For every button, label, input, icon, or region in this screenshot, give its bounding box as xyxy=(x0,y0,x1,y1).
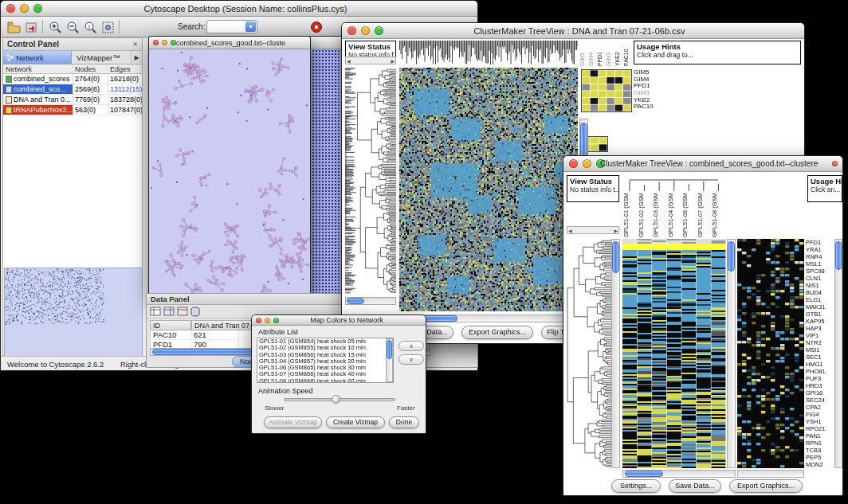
heatmap-hscrollbar[interactable] xyxy=(622,470,736,478)
save-data-button[interactable]: Save Data... xyxy=(669,479,721,493)
main-heatmap[interactable] xyxy=(622,239,726,468)
gene-label[interactable]: GPI16 xyxy=(806,389,833,397)
gene-label[interactable]: SEC1 xyxy=(806,354,833,361)
gene-label[interactable]: SPC98 xyxy=(806,268,833,275)
header-edges[interactable]: Edges xyxy=(108,64,142,73)
network-canvas[interactable] xyxy=(149,49,310,298)
attribute-select-icon[interactable] xyxy=(150,307,161,316)
treeview2-titlebar[interactable]: ClusterMaker TreeView : combined_scores_… xyxy=(563,156,842,172)
gene-label[interactable]: BUD4 xyxy=(806,289,833,296)
gene-label[interactable]: KAP95 xyxy=(806,318,833,325)
gene-label[interactable]: PUF3 xyxy=(806,375,833,382)
gene-label[interactable]: CLN1 xyxy=(806,275,833,282)
zoom-fit-icon[interactable] xyxy=(100,19,116,35)
gene-label[interactable]: SEC24 xyxy=(806,397,833,404)
gene-dendrogram[interactable] xyxy=(345,68,396,294)
header-network[interactable]: Network xyxy=(3,64,73,73)
treeview1-titlebar[interactable]: ClusterMaker TreeView : DNA and Tran 07-… xyxy=(342,23,804,39)
view-status-scrollbar[interactable]: ◀ ▶ xyxy=(567,226,619,234)
close-icon[interactable]: ✕ xyxy=(132,41,138,48)
scroll-right-icon[interactable]: ▶ xyxy=(614,228,618,233)
gene-label[interactable]: PAC10 xyxy=(634,104,665,111)
view-status-scrollbar[interactable]: ◀ ▶ xyxy=(345,57,396,64)
close-button[interactable] xyxy=(569,159,578,168)
attribute-db-icon[interactable] xyxy=(190,307,200,317)
header-nodes[interactable]: Nodes xyxy=(73,64,108,73)
scroll-thumb[interactable] xyxy=(835,241,842,270)
annotation-icon[interactable] xyxy=(308,19,324,35)
gene-label[interactable]: RNR4 xyxy=(806,253,833,260)
combo-arrow-icon[interactable]: ▼ xyxy=(245,21,256,32)
gene-label[interactable]: TCB3 xyxy=(806,447,833,454)
minimize-button[interactable] xyxy=(583,159,591,168)
network-row[interactable]: combined_scores 2764(0) 16218(0) xyxy=(3,74,142,84)
scroll-left-icon[interactable]: ◀ xyxy=(568,228,572,233)
tab-overflow-icon[interactable]: ▶ xyxy=(131,51,142,64)
done-button[interactable]: Done xyxy=(389,416,419,428)
network-row[interactable]: DNA and Tran 0... 7769(0) 183728(0) xyxy=(3,95,142,105)
gene-label[interactable]: HAP3 xyxy=(806,325,833,332)
attribute-delete-icon[interactable] xyxy=(177,307,188,316)
id-column-header[interactable]: ID xyxy=(150,320,191,330)
gene-label[interactable]: CPA2 xyxy=(806,404,833,411)
close-button[interactable] xyxy=(347,26,356,35)
move-up-button[interactable]: ∧ xyxy=(398,341,424,351)
genelist-vscrollbar[interactable] xyxy=(834,239,842,468)
gene-label[interactable]: NTR2 xyxy=(806,339,833,346)
zoom-button[interactable] xyxy=(171,40,176,45)
gene-label[interactable]: NIS1 xyxy=(806,282,833,289)
network-row[interactable]: tRNAPuberNov2... 563(0) 107847(0) xyxy=(3,105,142,115)
settings-button[interactable]: Settings... xyxy=(611,479,661,493)
zoom-in-icon[interactable] xyxy=(47,19,63,35)
gene-label[interactable]: PAN1 xyxy=(806,432,833,440)
main-titlebar[interactable]: Cytoscape Desktop (Session Name: collins… xyxy=(1,1,477,17)
column-dendrogram[interactable] xyxy=(399,41,578,64)
tab-network[interactable]: Network xyxy=(3,51,72,64)
search-input[interactable]: ▼ xyxy=(206,20,257,33)
main-heatmap[interactable] xyxy=(399,68,578,311)
dendrogram-hscrollbar[interactable] xyxy=(345,297,396,305)
gene-label[interactable]: YRA1 xyxy=(806,246,833,253)
scroll-left-icon[interactable]: ◀ xyxy=(347,58,351,64)
export-graphics-button[interactable]: Export Graphics... xyxy=(729,479,803,493)
gene-label[interactable]: GTB1 xyxy=(806,311,833,318)
move-down-button[interactable]: ∨ xyxy=(398,354,424,365)
scroll-thumb[interactable] xyxy=(728,241,735,272)
speed-slider-thumb[interactable] xyxy=(332,395,340,404)
close-button[interactable] xyxy=(6,4,15,13)
zoom-heatmap[interactable] xyxy=(737,239,804,468)
zoom-out-icon[interactable] xyxy=(65,19,80,35)
minimize-button[interactable] xyxy=(265,318,270,323)
scroll-thumb[interactable] xyxy=(387,340,392,359)
gene-label[interactable]: MSI1 xyxy=(806,346,833,354)
dendrogram-vscrollbar[interactable] xyxy=(611,239,620,468)
gene-label[interactable]: FIG4 xyxy=(806,411,833,418)
attribute-item[interactable]: GPL51-08 (GSM868) heat shock 60 min xyxy=(257,378,393,383)
network-row[interactable]: combined_sco... 2569(6) 13112(15) xyxy=(3,84,142,95)
open-folder-icon[interactable] xyxy=(6,19,22,35)
gene-label[interactable]: YSH1 xyxy=(806,418,833,425)
list-vscrollbar[interactable] xyxy=(386,338,393,382)
gene-label[interactable]: RPO21 xyxy=(806,425,833,432)
create-vizmap-button[interactable]: Create Vizmap xyxy=(326,416,385,428)
gene-label[interactable]: PHO81 xyxy=(806,368,833,375)
close-button[interactable] xyxy=(256,318,261,323)
gene-label[interactable]: HRD3 xyxy=(806,382,833,389)
network-view-titlebar[interactable]: combined_scores_good.txt--cluste... xyxy=(149,37,310,49)
attribute-create-icon[interactable] xyxy=(163,307,175,316)
gene-label[interactable]: PEP5 xyxy=(806,454,833,461)
zoom-hscrollbar[interactable] xyxy=(737,470,804,478)
column-dendrogram[interactable] xyxy=(622,175,726,191)
gene-label[interactable]: PFD1 xyxy=(806,239,833,246)
gene-label[interactable]: VIP1 xyxy=(806,332,833,339)
gene-label[interactable]: HMG1 xyxy=(806,361,833,368)
close-button[interactable] xyxy=(153,40,159,45)
gene-label[interactable]: ELG1 xyxy=(806,296,833,303)
gene-label[interactable]: MON2 xyxy=(806,461,833,468)
dialog-titlebar[interactable]: Map Colors to Network xyxy=(252,315,426,326)
export-icon[interactable] xyxy=(23,19,39,35)
zoom-heatmap[interactable] xyxy=(581,69,632,112)
birdseye-view[interactable] xyxy=(4,268,143,358)
minimize-button[interactable] xyxy=(20,4,29,13)
export-graphics-button[interactable]: Export Graphics... xyxy=(461,326,533,339)
